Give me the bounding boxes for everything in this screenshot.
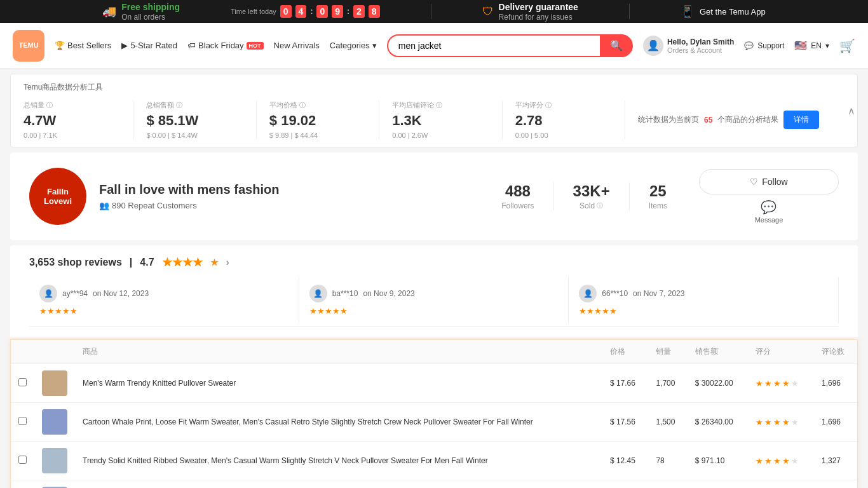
free-shipping-title: Free shipping [121,2,180,12]
row-thumb-3 [34,480,75,489]
reviews-rating: 4.7 [140,257,154,268]
table-row: Men's Cloud Design Long-sleeved Knitted … [11,480,857,489]
row-thumb-2 [34,442,75,480]
timer-label: Time left today [231,8,276,15]
stat-avg-rating: 平均评分 ⓘ 2.78 0.00 | 5.00 [503,100,625,139]
message-icon: 💬 [761,200,776,215]
stat-label-1: 总销量 ⓘ [24,100,120,110]
hot-badge: HOT [247,42,264,50]
row-name-3: Men's Cloud Design Long-sleeved Knitted … [75,480,602,489]
row-sales-0: 1,700 [648,364,687,403]
truck-icon: 🚚 [102,4,116,18]
row-revenue-0: $ 30022.00 [688,364,748,403]
th-rating: 评分 [748,340,814,364]
avatar: 👤 [643,36,663,56]
row-stars-0: ★★★★★ [748,364,814,403]
th-image [34,340,75,364]
star-icon: ▶ [121,41,128,50]
stat-label-2: 总销售额 ⓘ [146,100,243,110]
review-card-2: 👤 ba***10 on Nov 9, 2023 ★★★★★ [299,277,569,323]
black-friday-link[interactable]: 🏷 Black Friday HOT [187,41,264,50]
reviewer-3: 👤 66***10 on Nov 7, 2023 [579,285,828,302]
stat-value-5: 2.78 [515,112,612,129]
user-account[interactable]: 👤 Hello, Dylan Smith Orders & Account [643,36,734,56]
message-button[interactable]: 💬 Message [755,200,783,224]
store-name: Fall in love with mens fashion [99,182,470,197]
five-star-link[interactable]: ▶ 5-Star Rated [121,41,177,50]
reviews-stars: ★★★★ [162,255,203,269]
store-logo: FallIn Lovewi [29,168,86,225]
delivery-guarantee-item: 🛡 Delivery guarantee Refund for any issu… [482,2,578,22]
reviews-half-star: ★ [210,257,219,268]
checkbox-1[interactable] [18,417,27,425]
timer-digit-5: 2 [353,5,365,18]
table-header-row: 商品 价格 销量 销售额 评分 评论数 [11,340,857,364]
countdown-timer: Time left today 0 4 : 0 9 : 2 8 [231,5,380,18]
stat-value-3: $ 19.02 [269,112,366,129]
reviewer-1: 👤 ay***94 on Nov 12, 2023 [39,285,288,302]
badge-icon: 🏆 [55,41,65,50]
info-icon-2: ⓘ [176,101,182,110]
checkbox-0[interactable] [18,378,27,386]
follow-button[interactable]: ♡ Follow [699,169,839,194]
th-checkbox [11,340,34,364]
row-revenue-1: $ 26340.00 [688,403,748,442]
th-product: 商品 [75,340,602,364]
free-shipping-subtitle: On all orders [121,13,165,22]
top-banner: 🚚 Free shipping On all orders Time left … [0,0,868,23]
support-link[interactable]: 💬 Support [744,41,784,50]
info-icon-sold: ⓘ [597,201,603,210]
th-reviews: 评论数 [814,340,857,364]
row-checkbox-1[interactable] [11,403,34,442]
language-selector[interactable]: 🇺🇸 EN ▾ [794,39,829,51]
th-sales: 销量 [648,340,687,364]
chevron-down-icon: ▾ [372,41,377,50]
search-bar: 🔍 [387,34,633,57]
stat-sub-2: $ 0.00 | $ 14.4W [146,132,243,139]
people-icon: 👥 [99,201,109,210]
detail-button[interactable]: 详情 [783,111,819,129]
product-thumbnail [42,409,67,435]
row-stars-2: ★★★★★ [748,442,814,480]
divider-2 [629,4,630,19]
collapse-button[interactable]: ∧ [848,105,855,117]
reviewer-avatar-2: 👤 [309,285,327,302]
search-input[interactable] [387,34,600,57]
store-customers: 👥 890 Repeat Customers [99,201,470,210]
row-sales-3: 287 [648,480,687,489]
new-arrivals-link[interactable]: New Arrivals [274,41,320,50]
nav-right: 👤 Hello, Dylan Smith Orders & Account 💬 … [643,36,855,56]
stat-label-4: 平均店铺评论 ⓘ [392,100,489,110]
stat-label-3: 平均价格 ⓘ [269,100,366,110]
cart-button[interactable]: 🛒 [839,38,855,53]
row-checkbox-2[interactable] [11,442,34,480]
row-checkbox-3[interactable] [11,480,34,489]
checkbox-2[interactable] [18,456,27,464]
row-name-1: Cartoon Whale Print, Loose Fit Warm Swea… [75,403,602,442]
reviewer-avatar-3: 👤 [579,285,597,302]
row-reviews-3: 1,566 [814,480,857,489]
orders-account: Orders & Account [667,46,734,54]
table-row: Men's Warm Trendy Knitted Pullover Sweat… [11,364,857,403]
th-price: 价格 [602,340,649,364]
store-followers: 488 Followers [482,182,553,210]
row-sales-2: 78 [648,442,687,480]
reviews-arrow[interactable]: › [226,257,229,268]
timer-digit-3: 0 [316,5,328,18]
best-sellers-link[interactable]: 🏆 Best Sellers [55,41,111,50]
temu-logo[interactable]: TEMU [13,30,44,62]
search-button[interactable]: 🔍 [600,34,633,57]
heart-icon: ♡ [750,177,758,187]
store-info: Fall in love with mens fashion 👥 890 Rep… [99,182,470,210]
categories-link[interactable]: Categories ▾ [330,41,377,50]
store-items: 25 Items [630,182,686,210]
store-stats: 488 Followers 33K+ Sold ⓘ 25 Items [482,182,686,210]
get-app-item[interactable]: 📱 Get the Temu App [681,4,766,18]
row-checkbox-0[interactable] [11,364,34,403]
reviews-count: 3,653 shop reviews [29,257,122,268]
row-reviews-0: 1,696 [814,364,857,403]
support-icon: 💬 [744,41,754,50]
row-price-0: $ 17.66 [602,364,649,403]
reviewer-2-stars: ★★★★★ [309,306,559,316]
row-price-2: $ 12.45 [602,442,649,480]
